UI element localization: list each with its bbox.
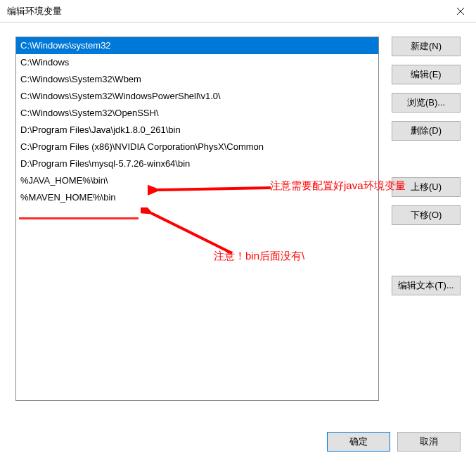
dialog-footer: 确定 取消: [327, 432, 461, 452]
list-item[interactable]: C:\Program Files (x86)\NVIDIA Corporatio…: [16, 139, 378, 155]
browse-button[interactable]: 浏览(B)...: [392, 93, 461, 113]
list-item[interactable]: C:\Windows\system32: [16, 37, 378, 54]
delete-button[interactable]: 删除(D): [392, 121, 461, 141]
path-listbox[interactable]: C:\Windows\system32C:\WindowsC:\Windows\…: [15, 37, 379, 401]
list-item[interactable]: C:\Windows\System32\WindowsPowerShell\v1…: [16, 88, 378, 105]
browse-button-label: 浏览(B)...: [407, 96, 445, 109]
cancel-button-label: 取消: [420, 435, 438, 448]
spacer: [392, 149, 461, 169]
list-item[interactable]: D:\Program Files\Java\jdk1.8.0_261\bin: [16, 122, 378, 139]
cancel-button[interactable]: 取消: [397, 432, 461, 452]
move-up-button[interactable]: 上移(U): [392, 177, 461, 197]
edit-button-label: 编辑(E): [411, 68, 441, 81]
list-item[interactable]: D:\Program Files\mysql-5.7.26-winx64\bin: [16, 155, 378, 172]
move-up-button-label: 上移(U): [411, 181, 442, 193]
list-item[interactable]: %MAVEN_HOME%\bin: [16, 189, 378, 206]
spacer: [392, 234, 461, 267]
dialog-content: C:\Windows\system32C:\WindowsC:\Windows\…: [0, 23, 476, 467]
ok-button-label: 确定: [349, 435, 368, 448]
list-item[interactable]: C:\Windows\System32\Wbem: [16, 71, 378, 88]
list-item[interactable]: C:\Windows\System32\OpenSSH\: [16, 105, 378, 122]
close-icon: [457, 8, 464, 15]
button-column: 新建(N) 编辑(E) 浏览(B)... 删除(D) 上移(U) 下移(O) 编…: [392, 37, 461, 401]
titlebar: 编辑环境变量: [0, 0, 476, 23]
delete-button-label: 删除(D): [411, 124, 442, 137]
edit-button[interactable]: 编辑(E): [392, 65, 461, 84]
list-item[interactable]: %JAVA_HOME%\bin\: [16, 172, 378, 189]
list-item[interactable]: C:\Windows: [16, 54, 378, 71]
move-down-button-label: 下移(O): [411, 209, 442, 222]
ok-button[interactable]: 确定: [327, 432, 390, 452]
edit-text-button-label: 编辑文本(T)...: [398, 279, 454, 292]
edit-text-button[interactable]: 编辑文本(T)...: [392, 276, 461, 295]
new-button[interactable]: 新建(N): [392, 37, 461, 56]
move-down-button[interactable]: 下移(O): [392, 205, 461, 225]
new-button-label: 新建(N): [411, 40, 442, 53]
close-button[interactable]: [444, 0, 476, 23]
window-title: 编辑环境变量: [7, 5, 62, 18]
